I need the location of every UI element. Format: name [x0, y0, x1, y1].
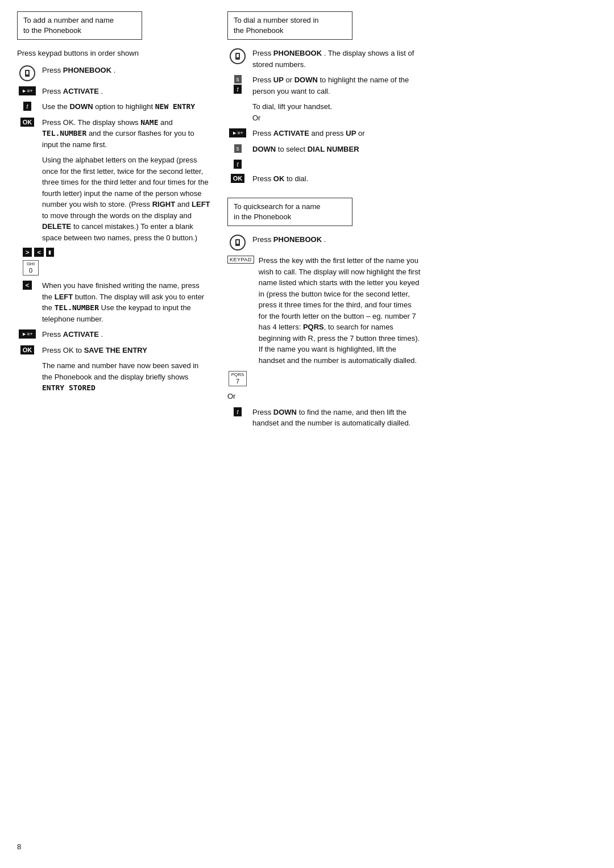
step-activate-2: ►≡+ Press ACTIVATE . [17, 329, 210, 340]
qs-step-down-text: Press DOWN to find the name, and then li… [252, 407, 421, 429]
dial-phonebook-box: To dial a number stored in the Phonebook [227, 11, 352, 40]
t-icon-1: t [23, 102, 31, 111]
step-ok-1: OK Press OK. The display shows NAME and … [17, 117, 210, 151]
qs-step-phonebook-text: Press PHONEBOOK . [252, 234, 421, 245]
step-activate-2-text: Press ACTIVATE . [42, 329, 210, 340]
step-phonebook: Press PHONEBOOK . [17, 65, 210, 81]
qs-phonebook-icon-cell [227, 235, 248, 251]
step-ok-save-text: Press OK to SAVE THE ENTRY [42, 345, 210, 356]
dial-step-phonebook: Press PHONEBOOK . The display shows a li… [227, 48, 421, 70]
activate-icon-cell-1: ►≡+ [17, 86, 38, 95]
dial-step-updown: s t Press UP or DOWN to highlight the na… [227, 74, 421, 97]
dial-step-activate: ►≡+ Press ACTIVATE and press UP or [227, 128, 421, 139]
or-lift: To dial, lift your handset.Or [252, 101, 421, 123]
activate-icon-2: ►≡+ [19, 329, 35, 339]
right-icon: > [23, 248, 32, 257]
nav-icons: > < ▮ GHI 0 [23, 248, 210, 276]
keypad-icon-cell: KEYPAD [227, 256, 254, 264]
t-icon-cell-2: t [227, 160, 248, 169]
qs-step-keypad: KEYPAD Press the key with the first lett… [227, 255, 421, 366]
dial-activate-icon-cell: ►≡+ [227, 128, 248, 137]
dial-ok-icon-cell: OK [227, 174, 248, 183]
delete-icon: ▮ [46, 248, 54, 257]
step-down: t Use the DOWN option to highlight NEW E… [17, 101, 210, 112]
step-left-text: When you have finished writing the name,… [42, 280, 210, 324]
paragraph-saved: The name and number have now been saved … [42, 360, 210, 394]
ok-icon-2: OK [20, 345, 35, 354]
quicksearch-box: To quicksearch for a name in the Phonebo… [227, 198, 352, 226]
step-activate-1: ►≡+ Press ACTIVATE . [17, 86, 210, 97]
dial-step-updown-text: Press UP or DOWN to highlight the name o… [252, 74, 421, 97]
qs-t-icon: t [234, 407, 241, 416]
qs-t-icon-cell: t [227, 407, 248, 416]
dial-step-ok-text: Press OK to dial. [252, 173, 421, 185]
dial-phonebook-icon-cell [227, 48, 248, 64]
add-phonebook-title: To add a number and name to the Phoneboo… [23, 15, 136, 36]
phonebook-icon-cell [17, 65, 38, 81]
dial-step-s2: s DOWN to select DIAL NUMBER [227, 144, 421, 155]
qs-phonebook-icon [230, 235, 246, 251]
qs-step-down: t Press DOWN to find the name, and then … [227, 407, 421, 429]
right-left-icons: > < ▮ [23, 248, 210, 257]
t-icon-2: t [234, 85, 241, 94]
step-down-text: Use the DOWN option to highlight NEW ENT… [42, 101, 210, 112]
dial-phonebook-icon [230, 48, 246, 64]
s-icon: s [234, 75, 242, 84]
pqrs-icon-cell: PQRS 7 [227, 371, 248, 386]
page-layout: To add a number and name to the Phoneboo… [17, 11, 597, 433]
dial-activate-icon: ►≡+ [229, 128, 246, 137]
dial-step-t2: t [227, 159, 421, 169]
left-column: To add a number and name to the Phoneboo… [17, 11, 210, 398]
left-icon-cell: < [17, 281, 38, 290]
step-ok-1-text: Press OK. The display shows NAME and TEL… [42, 117, 210, 151]
step-ok-save: OK Press OK to SAVE THE ENTRY [17, 345, 210, 356]
left-icon: < [34, 248, 43, 257]
ok-icon-1: OK [20, 118, 35, 127]
step-left: < When you have finished writing the nam… [17, 280, 210, 324]
zero-icon: GHI 0 [23, 260, 39, 276]
dial-step-activate-text: Press ACTIVATE and press UP or [252, 128, 421, 139]
phonebook-icon [19, 65, 35, 81]
ok-icon-cell-2: OK [17, 345, 38, 354]
qs-or-label: Or [227, 391, 421, 402]
qs-step-keypad-text: Press the key with the first letter of t… [259, 255, 421, 366]
page-number: 8 [17, 842, 21, 851]
intro-text: Press keypad buttons in order shown [17, 48, 210, 59]
t-icon-cell-1: t [17, 102, 38, 111]
s-icon-cell-2: s [227, 144, 248, 153]
qs-step-phonebook: Press PHONEBOOK . [227, 234, 421, 251]
step-activate-1-text: Press ACTIVATE . [42, 86, 210, 97]
pqrs-icon: PQRS 7 [229, 371, 247, 386]
dial-phonebook-title: To dial a number stored in the Phonebook [234, 15, 346, 36]
qs-pqrs-row: PQRS 7 [227, 370, 421, 386]
dial-step-phonebook-text: Press PHONEBOOK . The display shows a li… [252, 48, 421, 70]
s-t-icon-cell: s t [227, 75, 248, 94]
dial-step-ok: OK Press OK to dial. [227, 173, 421, 185]
quicksearch-title: To quicksearch for a name in the Phonebo… [234, 202, 346, 222]
dial-ok-icon: OK [231, 174, 245, 183]
s-icon-2: s [234, 144, 242, 153]
left-icon-step: < [23, 281, 32, 290]
step-phonebook-text: Press PHONEBOOK . [42, 65, 210, 76]
ok-icon-cell-1: OK [17, 118, 38, 127]
add-phonebook-box: To add a number and name to the Phoneboo… [17, 11, 142, 40]
paragraph-alphabet: Using the alphabet letters on the keypad… [42, 155, 210, 243]
activate-icon-cell-2: ►≡+ [17, 329, 38, 339]
keypad-icon: KEYPAD [227, 256, 254, 264]
t-icon-3: t [234, 160, 241, 169]
right-column: To dial a number stored in the Phonebook… [227, 11, 421, 433]
dial-step-s2-text: DOWN to select DIAL NUMBER [252, 144, 421, 155]
activate-icon-1: ►≡+ [19, 86, 35, 95]
